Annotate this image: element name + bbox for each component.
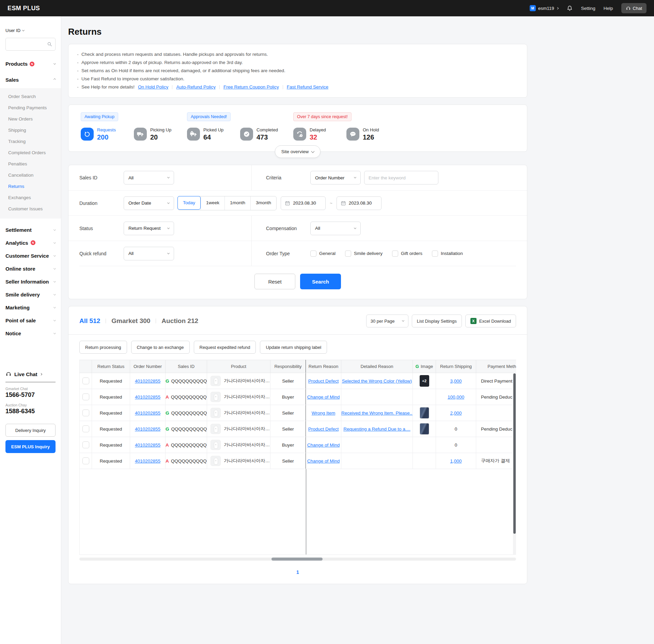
page-1-button[interactable]: 1 — [296, 569, 299, 575]
summary-item-requests[interactable]: Requests200 — [81, 127, 134, 141]
preset-3month-button[interactable]: 3month — [250, 196, 276, 210]
user-id-selector[interactable]: User ID — [5, 28, 56, 33]
return-shipping-link[interactable]: 100,000 — [448, 395, 464, 400]
per-page-select[interactable]: 30 per Page — [366, 315, 408, 327]
sidebar-item-exchanges[interactable]: Exchanges — [0, 192, 61, 203]
esm-plus-inquiry-button[interactable]: ESM PLUS Inquiry — [5, 440, 56, 453]
tab-all[interactable]: All 512 — [79, 317, 100, 325]
vertical-scrollbar-thumb[interactable] — [513, 373, 516, 534]
user-menu[interactable]: M esm119 — [530, 5, 558, 11]
preset-1month-button[interactable]: 1month — [224, 196, 250, 210]
delivery-inquiry-button[interactable]: Delivery Inquiry — [5, 424, 56, 437]
status-select[interactable]: Return Request — [124, 222, 174, 235]
sidebar-item-penalties[interactable]: Penalties — [0, 158, 61, 170]
sidebar-item-online-store[interactable]: Online store — [5, 262, 56, 275]
return-reason-link[interactable]: Product Defect — [308, 379, 339, 384]
tab-gmarket[interactable]: Gmarket 300 — [111, 317, 150, 325]
checkbox[interactable] — [310, 251, 316, 257]
order-number-link[interactable]: 4010202855 — [135, 458, 160, 464]
return-shipping-link[interactable]: 1,000 — [450, 458, 462, 464]
row-checkbox[interactable] — [82, 425, 89, 432]
sidebar-item-customer-issues[interactable]: Customer Issues — [0, 203, 61, 214]
order-number-link[interactable]: 4010202855 — [135, 395, 160, 400]
excel-download-button[interactable]: X Excel Download — [465, 315, 516, 327]
sidebar-item-notice[interactable]: Notice — [5, 327, 56, 340]
live-chat-link[interactable]: Live Chat — [5, 371, 56, 377]
row-checkbox[interactable] — [82, 377, 89, 384]
row-checkbox[interactable] — [82, 457, 89, 464]
tab-auction[interactable]: Auction 212 — [161, 317, 198, 325]
sidebar-item-sales[interactable]: Sales — [5, 77, 56, 83]
sidebar-item-new-orders[interactable]: New Orders — [0, 113, 61, 125]
list-display-settings-button[interactable]: List Display Settings — [412, 315, 462, 327]
return-reason-link[interactable]: Change of Mind — [307, 442, 340, 448]
sidebar-item-order-search[interactable]: Order Search — [0, 91, 61, 102]
return-reason-link[interactable]: Change of Mind — [307, 395, 340, 400]
sales-id-select[interactable]: All — [124, 171, 174, 184]
summary-item-delayed[interactable]: Delayed32 — [293, 127, 346, 141]
compensation-select[interactable]: All — [310, 222, 361, 235]
reset-button[interactable]: Reset — [254, 274, 295, 289]
sidebar-item-settlement[interactable]: Settlement — [5, 223, 56, 236]
setting-link[interactable]: Setting — [581, 6, 595, 11]
horizontal-scrollbar-thumb[interactable] — [271, 558, 323, 561]
row-checkbox[interactable] — [82, 409, 89, 416]
detailed-reason-link[interactable]: Selected the Wrong Color (Yellow) — [342, 379, 412, 384]
auto-refund-policy-link[interactable]: Auto-Refund Policy — [176, 83, 216, 91]
request-expedited-refund-button[interactable]: Request expedited refund — [194, 341, 256, 354]
sidebar-item-point-of-sale[interactable]: Point of sale — [5, 314, 56, 327]
sidebar-item-returns[interactable]: Returns — [0, 181, 61, 192]
summary-item-picking-up[interactable]: Picking Up20 — [134, 127, 187, 141]
sidebar-item-completed-orders[interactable]: Completed Orders — [0, 147, 61, 158]
checkbox[interactable] — [392, 251, 398, 257]
detailed-reason-link[interactable]: Requesting a Refund Due to a.... — [343, 426, 410, 432]
sidebar-item-shipping[interactable]: Shipping — [0, 125, 61, 136]
help-link[interactable]: Help — [604, 6, 613, 11]
order-type-smile-delivery[interactable]: Smile delivery — [345, 251, 383, 257]
order-number-link[interactable]: 4010202855 — [135, 442, 160, 448]
detailed-reason-link[interactable]: Received the Wrong Item. Please... — [341, 410, 413, 416]
summary-item-on-hold[interactable]: On Hold126 — [346, 127, 400, 141]
order-number-link[interactable]: 4010202855 — [135, 379, 160, 384]
date-from-picker[interactable]: 2023.08.30 — [281, 196, 326, 210]
sidebar-item-tracking[interactable]: Tracking — [0, 136, 61, 147]
order-number-link[interactable]: 4010202855 — [135, 426, 160, 432]
on-hold-policy-link[interactable]: On Hold Policy — [138, 83, 168, 91]
order-type-general[interactable]: General — [310, 251, 336, 257]
row-checkbox[interactable] — [82, 441, 89, 448]
checkbox[interactable] — [345, 251, 351, 257]
horizontal-scrollbar[interactable] — [79, 558, 516, 561]
search-button[interactable]: Search — [300, 274, 341, 289]
g-image-thumbnail[interactable] — [420, 407, 429, 419]
criteria-select[interactable]: Order Number — [310, 171, 361, 184]
fast-refund-service-link[interactable]: Fast Refund Service — [287, 83, 328, 91]
order-type-gift-orders[interactable]: Gift orders — [392, 251, 422, 257]
return-reason-link[interactable]: Product Defect — [308, 426, 339, 432]
checkbox[interactable] — [432, 251, 438, 257]
keyword-input[interactable] — [364, 171, 438, 184]
vertical-scrollbar[interactable] — [513, 373, 516, 555]
return-reason-link[interactable]: Wrong Item — [312, 410, 336, 416]
order-number-link[interactable]: 4010202855 — [135, 410, 160, 416]
g-image-thumbnail[interactable]: +2 — [420, 375, 429, 387]
sidebar-item-cancellation[interactable]: Cancellation — [0, 170, 61, 181]
sidebar-item-pending-payments[interactable]: Pending Payments — [0, 102, 61, 113]
change-to-exchange-button[interactable]: Change to an exchange — [131, 341, 190, 354]
sidebar-item-marketing[interactable]: Marketing — [5, 301, 56, 314]
sidebar-item-seller-information[interactable]: Seller Information — [5, 275, 56, 288]
sidebar-item-smile-delivery[interactable]: Smile delivery — [5, 288, 56, 301]
search-icon[interactable] — [47, 41, 52, 47]
preset-today-button[interactable]: Today — [177, 196, 201, 210]
sidebar-item-products[interactable]: Products N — [5, 61, 56, 67]
summary-item-completed[interactable]: Completed473 — [240, 127, 293, 141]
bell-icon[interactable] — [566, 5, 573, 12]
g-image-thumbnail[interactable] — [420, 423, 429, 435]
return-shipping-link[interactable]: 2,000 — [450, 410, 462, 416]
row-checkbox[interactable] — [82, 393, 89, 400]
quick-refund-select[interactable]: All — [124, 247, 174, 260]
chat-button[interactable]: Chat — [621, 3, 647, 13]
free-return-coupon-policy-link[interactable]: Free Return Coupon Policy — [223, 83, 279, 91]
date-to-picker[interactable]: 2023.08.30 — [337, 196, 382, 210]
preset-1week-button[interactable]: 1week — [201, 196, 224, 210]
update-return-shipping-label-button[interactable]: Update return shipping label — [260, 341, 327, 354]
